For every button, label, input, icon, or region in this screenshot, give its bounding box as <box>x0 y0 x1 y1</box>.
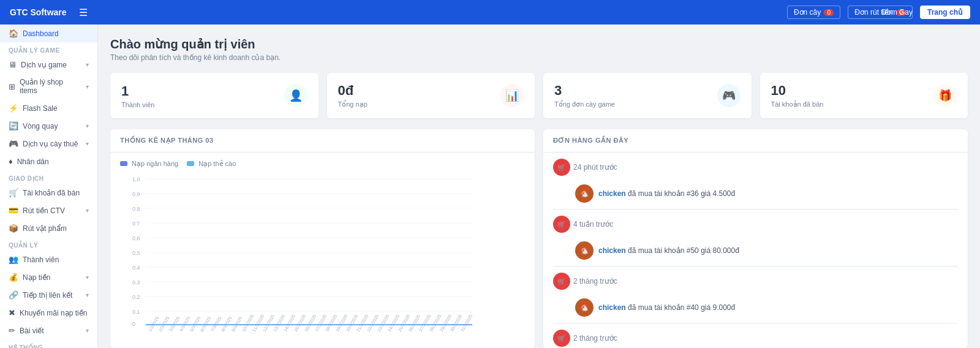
stat-value-tong-nap: 0đ <box>338 83 368 99</box>
sidebar-rut-tien-ctv-label: Rút tiền CTV <box>23 206 65 215</box>
sidebar-tiep-thi-lien-ket-label: Tiếp thị liên kết <box>23 291 72 300</box>
order-user-2: chicken <box>598 246 626 255</box>
users-icon: 👥 <box>9 255 18 264</box>
sidebar-toggle-button[interactable]: ☰ <box>79 7 88 18</box>
order-group-2: 🛒 4 tuần trước 🐔 chicken đã mua tài khoả… <box>543 210 968 260</box>
order-group-4: 🛒 2 tháng trước <box>543 323 968 348</box>
sidebar-item-rut-tien-ctv[interactable]: 💳 Rút tiền CTV ▾ <box>0 202 97 219</box>
order-dot-1: 🛒 <box>553 159 570 176</box>
svg-text:0.8: 0.8 <box>132 206 140 212</box>
shop-icon: ⊞ <box>9 82 15 91</box>
stat-icon-thanh-vien: 👤 <box>284 84 307 107</box>
item-icon: 📦 <box>9 224 18 233</box>
sidebar-item-bai-viet[interactable]: ✏ Bài viết ▾ <box>0 322 97 339</box>
order-text-2: chicken đã mua tài khoản #50 giá 80.000đ <box>598 246 739 255</box>
chart-area: Nạp ngân hàng Nạp thẻ cào 1.0 0.9 0.8 <box>110 153 535 339</box>
stat-value-don-cay: 3 <box>554 83 615 99</box>
stat-label-tai-khoan: Tài khoản đã bán <box>771 100 824 108</box>
sidebar-thanh-vien-label: Thành viên <box>23 255 59 264</box>
svg-text:0.5: 0.5 <box>132 250 140 256</box>
stat-card-tai-khoan: 10 Tài khoản đã bán 🎁 <box>760 73 968 118</box>
legend-the-cao: Nạp thẻ cào <box>187 160 236 168</box>
sidebar-rut-vat-pham-label: Rút vật phẩm <box>23 224 67 233</box>
don-cay-button[interactable]: Đơn cây 0 <box>787 6 840 19</box>
sidebar-item-thanh-vien[interactable]: 👥 Thành viên <box>0 251 97 268</box>
stat-label-tong-nap: Tổng nạp <box>338 100 368 108</box>
svg-text:0.3: 0.3 <box>132 279 140 286</box>
sidebar-khuyen-mai-label: Khuyến mãi nạp tiền <box>20 309 87 317</box>
link-icon: 🔗 <box>9 290 18 300</box>
legend-ngan-hang-dot <box>120 161 127 166</box>
sidebar-item-nhan-dan[interactable]: ♦ Nhân dân <box>0 153 97 170</box>
order-text-1: chicken đã mua tài khoản #36 giá 4.500đ <box>598 189 735 198</box>
chevron-down-icon4: ▾ <box>86 140 89 147</box>
svg-text:0.2: 0.2 <box>132 294 140 300</box>
section-quan-ly: QUẢN LÝ <box>0 237 97 251</box>
main-content: Chào mừng quản trị viên Theo dõi phân tí… <box>98 25 980 348</box>
order-item-3: 🐔 chicken đã mua tài khoản #40 giá 9.000… <box>575 298 958 317</box>
sidebar-dich-vu-cay-thue-label: Dịch vụ cày thuê <box>23 140 78 148</box>
order-text-3: chicken đã mua tài khoản #40 giá 9.000đ <box>598 303 735 312</box>
carry-icon: 🎮 <box>9 139 18 148</box>
trang-chu-button[interactable]: Trang chủ <box>920 6 970 19</box>
order-dot-3: 🛒 <box>553 273 570 290</box>
money-icon: 💰 <box>9 273 18 282</box>
order-time-badge-3: 🛒 2 tháng trước <box>553 273 617 290</box>
order-group-1: 🛒 24 phút trước 🐔 chicken đã mua tài kho… <box>543 153 968 203</box>
chart-legend: Nạp ngân hàng Nạp thẻ cào <box>120 160 525 168</box>
chevron-down-icon7: ▾ <box>86 292 89 298</box>
section-quan-ly-game: QUẢN LÝ GAME <box>0 42 97 56</box>
diamond-icon: ♦ <box>9 157 13 166</box>
topnav: GTC Software ☰ Dom Gay Đơn cây 0 Đơn rút… <box>0 0 980 25</box>
legend-the-cao-dot <box>187 161 194 166</box>
sidebar-item-flash-sale[interactable]: ⚡ Flash Sale <box>0 99 97 117</box>
chevron-down-icon8: ▾ <box>86 327 89 334</box>
order-dot-4: 🛒 <box>553 330 570 347</box>
dashboard-icon: 🏠 <box>9 29 18 38</box>
section-giao-dich: GIAO DỊCH <box>0 170 97 184</box>
svg-text:0.6: 0.6 <box>132 235 140 241</box>
sidebar-item-khuyen-mai[interactable]: ✖ Khuyến mãi nạp tiền <box>0 304 97 322</box>
chart-svg: 1.0 0.9 0.8 0.7 0.6 0.5 0.4 0.3 0.2 0.1 … <box>120 173 475 332</box>
order-action-3: đã mua tài khoản #40 giá 9.000đ <box>628 303 735 312</box>
order-time-badge-2: 🛒 4 tuần trước <box>553 216 613 233</box>
chevron-down-icon6: ▾ <box>86 274 89 281</box>
order-user-3: chicken <box>598 303 626 312</box>
orders-panel-header: ĐƠN HÀNG GẦN ĐÂY <box>543 129 968 153</box>
sidebar-item-rut-vat-pham[interactable]: 📦 Rút vật phẩm <box>0 219 97 237</box>
sidebar-vong-quay-label: Vòng quay <box>23 122 58 130</box>
sidebar-item-dich-vu-game[interactable]: 🖥 Dịch vụ game ▾ <box>0 56 97 74</box>
page-subtitle: Theo dõi phân tích và thống kê kinh doan… <box>110 53 968 62</box>
orders-list: 🛒 24 phút trước 🐔 chicken đã mua tài kho… <box>543 153 968 348</box>
stat-label-don-cay: Tổng đơn cày game <box>554 100 615 108</box>
page-title: Chào mừng quản trị viên <box>110 37 968 51</box>
svg-text:0: 0 <box>132 321 135 327</box>
sidebar-item-nap-tien[interactable]: 💰 Nạp tiền ▾ <box>0 268 97 286</box>
stat-icon-tai-khoan: 🎁 <box>933 84 957 107</box>
stat-card-thanh-vien: 1 Thành viên 👤 <box>110 73 318 118</box>
withdraw-icon: 💳 <box>9 206 18 215</box>
order-time-text-3: 2 tháng trước <box>573 277 617 286</box>
stat-cards: 1 Thành viên 👤 0đ Tổng nạp 📊 3 Tổng đơn … <box>110 73 968 118</box>
legend-ngan-hang-label: Nạp ngân hàng <box>132 160 178 167</box>
order-item-1: 🐔 chicken đã mua tài khoản #36 giá 4.500… <box>575 184 958 203</box>
chart-panel: THỐNG KÊ NẠP THÁNG 03 Nạp ngân hàng Nạp … <box>110 129 535 348</box>
sidebar-item-dich-vu-cay-thue[interactable]: 🎮 Dịch vụ cày thuê ▾ <box>0 135 97 153</box>
spin-icon: 🔄 <box>9 121 18 130</box>
sidebar-item-dashboard[interactable]: 🏠 Dashboard <box>0 25 97 42</box>
order-group-3: 🛒 2 tháng trước 🐔 chicken đã mua tài kho… <box>543 267 968 317</box>
chevron-down-icon: ▾ <box>86 61 89 68</box>
sidebar-item-tai-khoan-da-ban[interactable]: 🛒 Tài khoản đã bán <box>0 184 97 202</box>
order-time-badge-4: 🛒 2 tháng trước <box>553 330 617 347</box>
legend-the-cao-label: Nạp thẻ cào <box>198 160 236 167</box>
promo-icon: ✖ <box>9 308 15 317</box>
order-time-text-4: 2 tháng trước <box>573 334 617 342</box>
sidebar-item-tiep-thi-lien-ket[interactable]: 🔗 Tiếp thị liên kết ▾ <box>0 286 97 304</box>
sidebar-item-vong-quay[interactable]: 🔄 Vòng quay ▾ <box>0 117 97 135</box>
order-time-text-1: 24 phút trước <box>573 163 617 172</box>
game-icon: 🖥 <box>9 60 17 69</box>
svg-text:0.7: 0.7 <box>132 221 140 227</box>
sidebar-item-quan-ly-shop[interactable]: ⊞ Quản lý shop items ▾ <box>0 74 97 99</box>
svg-text:0.9: 0.9 <box>132 191 140 197</box>
stat-card-tong-nap: 0đ Tổng nạp 📊 <box>327 73 535 118</box>
